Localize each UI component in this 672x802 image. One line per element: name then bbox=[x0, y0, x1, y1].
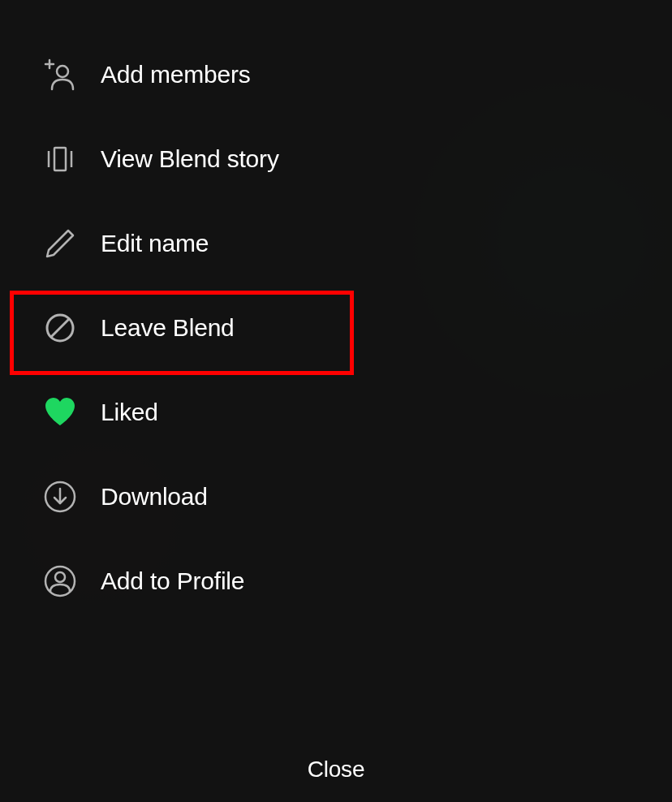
edit-name-item[interactable]: Edit name bbox=[0, 201, 672, 286]
leave-blend-item[interactable]: Leave Blend bbox=[0, 286, 672, 370]
profile-icon bbox=[42, 563, 78, 599]
download-item[interactable]: Download bbox=[0, 455, 672, 539]
context-menu-overlay: Add members View Blend story bbox=[0, 0, 672, 802]
menu-item-label: Download bbox=[101, 483, 208, 511]
ban-icon bbox=[42, 310, 78, 346]
svg-point-0 bbox=[57, 66, 68, 77]
svg-point-11 bbox=[55, 572, 65, 582]
menu-item-label: View Blend story bbox=[101, 145, 279, 173]
heart-icon bbox=[42, 395, 78, 430]
menu-item-label: Add to Profile bbox=[101, 567, 244, 595]
menu-item-label: Liked bbox=[101, 399, 158, 426]
liked-item[interactable]: Liked bbox=[0, 370, 672, 455]
story-icon bbox=[42, 141, 78, 177]
view-blend-story-item[interactable]: View Blend story bbox=[0, 117, 672, 201]
add-to-profile-item[interactable]: Add to Profile bbox=[0, 539, 672, 623]
pencil-icon bbox=[42, 226, 78, 261]
close-button[interactable]: Close bbox=[0, 735, 672, 802]
svg-line-7 bbox=[51, 319, 69, 337]
menu-item-label: Edit name bbox=[101, 230, 209, 257]
add-members-item[interactable]: Add members bbox=[0, 32, 672, 117]
svg-rect-3 bbox=[54, 148, 66, 170]
menu-list: Add members View Blend story bbox=[0, 0, 672, 735]
add-members-icon bbox=[42, 57, 78, 93]
close-label: Close bbox=[308, 757, 365, 782]
download-icon bbox=[42, 479, 78, 515]
menu-item-label: Add members bbox=[101, 61, 251, 88]
menu-item-label: Leave Blend bbox=[101, 314, 235, 342]
